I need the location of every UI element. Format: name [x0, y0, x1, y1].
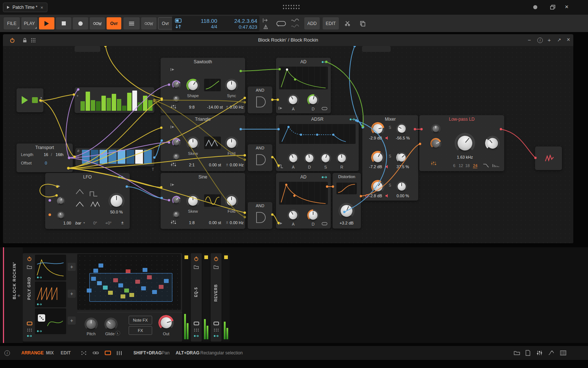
phase-input-icon[interactable]: ø [76, 88, 79, 92]
bipolar-toggle[interactable]: ± [226, 220, 228, 224]
step-cell[interactable] [135, 150, 143, 164]
song-position-value[interactable]: 24.2.3.64 [220, 18, 257, 24]
pole-6[interactable]: 6 [453, 163, 455, 168]
pole-12[interactable]: 12 [459, 163, 463, 168]
mod-amount-knob[interactable] [57, 197, 65, 205]
signal-out-port[interactable] [349, 118, 356, 121]
mute-icon-1[interactable] [385, 136, 389, 140]
ratio-value[interactable]: 1:8 [189, 220, 194, 225]
add-macro-button[interactable]: + [68, 263, 76, 271]
tab-mix[interactable]: MIX [46, 350, 54, 355]
info-icon[interactable]: i [537, 38, 543, 43]
step-cell[interactable] [126, 150, 134, 164]
lfo-rate-value[interactable]: 1.00 [63, 221, 71, 225]
device-name[interactable]: REVERB [214, 284, 218, 302]
lfo-amount-knob[interactable] [108, 193, 125, 209]
clip-note-cell[interactable] [143, 268, 147, 272]
length-value[interactable]: 16 [44, 152, 48, 157]
tab-arrange[interactable]: ARRANGE [21, 350, 44, 355]
time-signature-value[interactable]: 4/4 [186, 24, 217, 29]
note-fx-slot[interactable]: Note FX [129, 316, 152, 325]
drive-knob[interactable] [338, 203, 355, 219]
gain-value-2[interactable]: -7.2 dB [369, 164, 382, 169]
signal-flow-icon[interactable] [214, 335, 219, 337]
pan-knob-2[interactable] [396, 152, 407, 163]
pole-24-selected[interactable]: 24 [473, 163, 477, 168]
stop-button[interactable] [56, 17, 71, 29]
mod-in-port[interactable] [49, 199, 51, 202]
module-ad-1[interactable]: AD A D [276, 58, 331, 113]
glide-sync-badge[interactable]: L [115, 331, 120, 336]
record-button[interactable] [73, 17, 88, 29]
preset-folder-icon[interactable] [194, 265, 199, 269]
remote-controls-icon[interactable] [194, 322, 199, 325]
clip-automation-write-button[interactable] [141, 17, 157, 29]
decay-knob[interactable] [307, 209, 319, 221]
device-name[interactable]: EQ-5 [194, 287, 198, 297]
mixer-panel-icon[interactable] [537, 350, 542, 355]
clip-minimap[interactable] [77, 254, 181, 310]
gain-value-3[interactable]: -2.8 dB [369, 194, 382, 198]
pattern-bar[interactable] [138, 102, 142, 111]
out-knob[interactable] [158, 315, 174, 330]
snap-settings-icon[interactable] [81, 351, 87, 355]
device-reverb[interactable]: REVERB [211, 253, 222, 342]
skew-knob[interactable] [186, 194, 200, 208]
file-menu-button[interactable]: FILE [4, 17, 20, 29]
unison-icon[interactable] [170, 220, 177, 225]
song-time-value[interactable]: 0:47.623 [220, 24, 257, 30]
device-power-icon[interactable] [194, 256, 199, 261]
retrigger-icon[interactable] [170, 125, 175, 129]
window-restore-icon[interactable] [550, 5, 555, 10]
grid-dots-icon[interactable] [214, 328, 219, 332]
gate-square-icon[interactable] [32, 97, 38, 103]
comb-response-icon[interactable] [492, 163, 499, 168]
pattern-bar[interactable] [112, 94, 116, 111]
fold-knob[interactable] [225, 194, 238, 208]
overdub-toggle-a[interactable]: Ovr [107, 17, 121, 29]
pattern-bar[interactable] [117, 99, 121, 111]
module-lowpass[interactable]: Low-pass LD 1.63 kHz 6 12 18 24 [419, 115, 504, 171]
signal-flow-icon[interactable] [27, 335, 33, 337]
out-port[interactable] [40, 101, 42, 102]
signal-out-port[interactable] [322, 60, 328, 64]
mod-amount-knob[interactable] [173, 153, 180, 160]
macro-display-env[interactable] [35, 255, 66, 280]
skew-knob[interactable] [186, 137, 200, 150]
add-device-button[interactable]: + [17, 292, 21, 298]
length-unit[interactable]: 16th [55, 152, 63, 157]
sustain-knob[interactable] [320, 153, 331, 164]
semitone-value[interactable]: -14.00 st [207, 105, 223, 109]
notes-panel-icon[interactable] [526, 350, 530, 356]
step-cell[interactable] [100, 150, 107, 164]
step-cell[interactable] [82, 150, 90, 164]
cable-port-dot[interactable] [104, 46, 107, 47]
copy-button[interactable] [356, 17, 370, 29]
module-and-3[interactable]: AND [248, 202, 272, 229]
pattern-bar[interactable] [101, 96, 106, 111]
cable-port-dot[interactable] [354, 46, 356, 47]
module-audio-out[interactable] [535, 146, 562, 170]
close-panel-icon[interactable]: × [567, 36, 570, 43]
solo-toggle-1[interactable]: S [389, 125, 391, 130]
module-sine[interactable]: Sine Skew Fold 1:8 0.00 st ± 0.00 Hz [161, 173, 245, 229]
bipolar-toggle[interactable]: ± [226, 162, 228, 167]
punch-in-icon[interactable] [262, 18, 269, 23]
lfo-rate-unit[interactable]: bar [75, 221, 81, 225]
module-transport[interactable]: Transport Length 16 / 16th Offset 0 [17, 144, 73, 172]
pan-value-3[interactable]: 0.00 % [397, 194, 409, 198]
link-icon[interactable] [93, 351, 99, 355]
sync-knob[interactable] [225, 79, 238, 92]
attack-knob[interactable] [287, 94, 299, 106]
device-polygrid[interactable]: POLY GRID + + + [23, 253, 182, 342]
ratio-value[interactable]: 9:8 [189, 105, 194, 109]
pitch-knob[interactable] [85, 318, 98, 331]
cutoff-knob[interactable] [455, 133, 475, 153]
automation-write-button[interactable] [90, 17, 105, 29]
waveform-double-saw-icon[interactable] [90, 201, 100, 208]
module-distortion[interactable]: Distortion +3.2 dB [333, 173, 361, 229]
shape-knob[interactable] [186, 79, 200, 92]
fine-tune-value[interactable]: 0.00 Hz [230, 163, 244, 167]
cut-button[interactable] [340, 17, 354, 29]
mod-amount-knob[interactable] [173, 211, 180, 218]
